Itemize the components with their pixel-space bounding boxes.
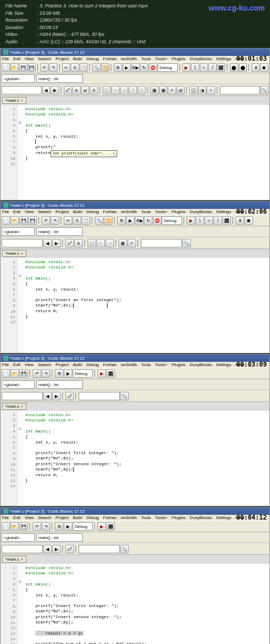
fwd-icon[interactable]: → (120, 86, 129, 94)
prev-mark-icon[interactable]: ◀ (43, 392, 52, 400)
menu-view[interactable]: View (25, 362, 34, 367)
debug-out-icon[interactable]: ⤴ (208, 63, 217, 72)
new-file-icon[interactable]: 📄 (2, 522, 10, 531)
menu-tools[interactable]: Tools (141, 56, 151, 61)
code-area[interactable]: #include <stdio.h> #include <stdlib.h> i… (23, 411, 269, 506)
find-icon[interactable]: 🔍 (95, 216, 103, 225)
undo-icon[interactable]: ↶ (33, 369, 41, 378)
menu-debug[interactable]: Debug (86, 515, 99, 520)
fold-column[interactable]: ⊟ (17, 258, 23, 353)
build-run-icon[interactable]: ⚙▶ (135, 216, 143, 225)
menu-settings[interactable]: Settings (216, 362, 232, 367)
goto-dropdown[interactable] (2, 545, 43, 553)
menu-plugins[interactable]: Plugins (172, 362, 186, 367)
debug-start-icon[interactable]: ▶ (98, 369, 106, 378)
search-dropdown[interactable] (79, 392, 120, 400)
cut-icon[interactable]: ✂ (64, 216, 72, 225)
menu-plugins[interactable]: Plugins (172, 515, 186, 520)
code-area[interactable]: #include <stdio.h> #include <stdlib.h> i… (23, 105, 269, 200)
block-icon[interactable]: ⬚ (103, 86, 111, 94)
open-icon[interactable]: 📂 (11, 369, 19, 378)
menu-search[interactable]: Search (38, 56, 51, 61)
menu-build[interactable]: Build (73, 362, 82, 367)
redo-icon[interactable]: ↷ (49, 63, 57, 72)
menu-view[interactable]: View (25, 515, 34, 520)
highlight-icon[interactable]: 🖍 (65, 545, 74, 553)
menu-search[interactable]: Search (38, 209, 51, 214)
menu-plugins[interactable]: Plugins (172, 209, 186, 214)
menu-plugins[interactable]: Plugins (172, 56, 186, 61)
menu-fortran[interactable]: Fortran (103, 209, 117, 214)
menu-project[interactable]: Project (55, 209, 69, 214)
menu-tools[interactable]: Tools (141, 362, 151, 367)
build-target-dropdown[interactable]: Debug (73, 522, 93, 531)
titlebar[interactable]: *main.c [Project 3] - Code::Blocks 17.12 (1, 507, 269, 515)
open-icon[interactable]: 📂 (11, 63, 19, 72)
menu-build[interactable]: Build (73, 209, 82, 214)
menu-debug[interactable]: Debug (86, 56, 99, 61)
menu-wxsmith[interactable]: wxSmith (121, 362, 137, 367)
paste-icon[interactable]: 📋 (82, 216, 90, 225)
stop-icon[interactable]: ⏹ (260, 63, 268, 72)
menu-fortran[interactable]: Fortran (103, 56, 117, 61)
next-mark-icon[interactable]: ▶ (51, 86, 59, 94)
menu-tools[interactable]: Tools (141, 515, 151, 520)
menu-project[interactable]: Project (55, 515, 69, 520)
sel-icon[interactable]: S (90, 86, 98, 94)
search-dropdown[interactable] (220, 86, 260, 94)
debug-stop-icon[interactable]: ⬛ (223, 216, 231, 225)
scope-global-dropdown[interactable]: <global> (2, 74, 35, 83)
menu-project[interactable]: Project (55, 362, 69, 367)
menu-doxyblocks[interactable]: DoxyBlocks (190, 209, 212, 214)
undo-icon[interactable]: ↶ (41, 63, 49, 72)
menu-project[interactable]: Project (55, 56, 69, 61)
build-icon[interactable]: ⚙ (55, 522, 63, 531)
build-run-icon[interactable]: ⚙▶ (131, 63, 140, 72)
debug-step-icon[interactable]: ⤷ (205, 216, 213, 225)
hex-icon[interactable]: ⓘ (189, 86, 198, 94)
code-area[interactable]: #include <stdio.h> #include <stdlib.h> i… (23, 258, 269, 353)
goto-dropdown[interactable] (2, 239, 43, 247)
fold-column[interactable]: ⊟ (17, 564, 23, 644)
close-icon[interactable]: × (21, 99, 23, 102)
scope-func-dropdown[interactable]: main() : int (36, 74, 83, 83)
fold-column[interactable]: ⊟ (17, 411, 23, 506)
debug-start-icon[interactable]: ▶ (182, 63, 191, 72)
abort-icon[interactable]: ⛔ (153, 216, 161, 225)
menu-wxsmith[interactable]: wxSmith (121, 515, 137, 520)
abc-icon[interactable]: aI (81, 86, 90, 94)
replace-icon[interactable]: 🔁 (104, 216, 112, 225)
build-icon[interactable]: ⚙ (55, 369, 63, 378)
tool-icon[interactable]: ⬤ (230, 63, 238, 72)
titlebar[interactable]: *main.c [Project 3] - Code::Blocks 17.12 (1, 201, 269, 209)
diff-icon[interactable]: ◑ (198, 86, 207, 94)
menu-settings[interactable]: Settings (216, 56, 232, 61)
chk-icon[interactable]: ✓ (207, 86, 215, 94)
menu-file[interactable]: File (2, 362, 9, 367)
debug-start-icon[interactable]: ▶ (187, 216, 195, 225)
run-icon[interactable]: ▶ (64, 369, 72, 378)
menu-file[interactable]: File (2, 56, 9, 61)
a-icon[interactable]: A (72, 86, 81, 94)
menu-edit[interactable]: Edit (13, 515, 21, 520)
menu-tools[interactable]: Tools (141, 209, 151, 214)
doxy2-icon[interactable]: ▦ (159, 86, 168, 94)
undo-icon[interactable]: ↶ (33, 522, 41, 531)
highlight-icon[interactable]: 🖍 (65, 239, 74, 247)
pause-icon[interactable]: ⏸ (236, 216, 244, 225)
menu-wxsmith[interactable]: wxSmith (121, 209, 137, 214)
search2-icon[interactable]: 🔍 (120, 392, 129, 400)
new-file-icon[interactable]: 📄 (2, 216, 10, 225)
close-icon[interactable]: × (21, 252, 23, 255)
debug-stop-icon[interactable]: ⬛ (217, 63, 226, 72)
build-icon[interactable]: ⚙ (114, 63, 122, 72)
close-icon[interactable]: × (21, 405, 23, 408)
menu-fortran[interactable]: Fortran (103, 362, 117, 367)
tab-mainc[interactable]: *main.c× (2, 556, 26, 563)
open-icon[interactable]: 📂 (11, 216, 19, 225)
cut-icon[interactable]: ✂ (62, 63, 71, 72)
menu-doxyblocks[interactable]: DoxyBlocks (190, 515, 212, 520)
search2-icon[interactable]: 🔍 (182, 239, 191, 247)
menu-edit[interactable]: Edit (13, 209, 21, 214)
build-target-dropdown[interactable]: Debug (73, 369, 93, 378)
